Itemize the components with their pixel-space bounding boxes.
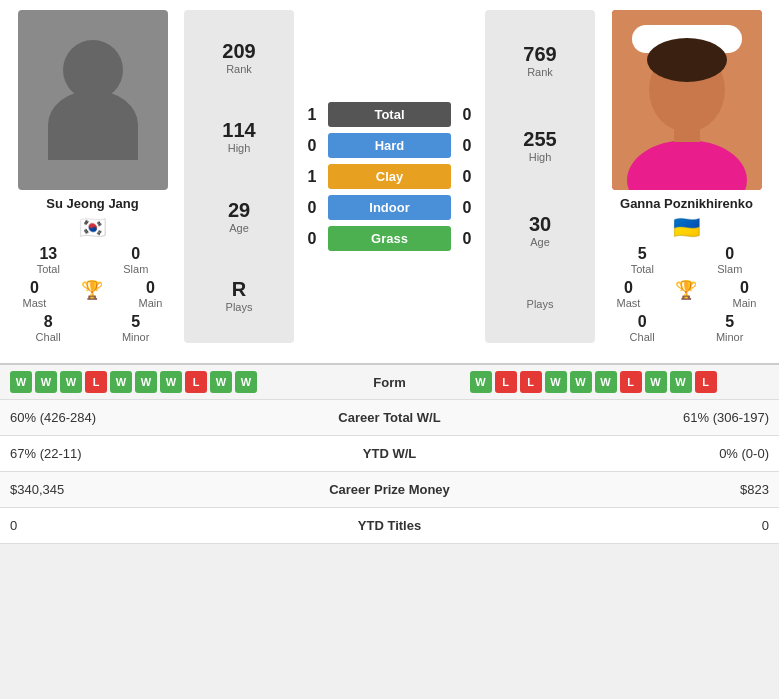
right-plays-label: Plays [527, 298, 554, 310]
right-ytd-wl: 0% (0-0) [490, 446, 770, 461]
score-left-clay: 1 [302, 168, 322, 186]
left-detail-panel: 209 Rank 114 High 29 Age R Plays [184, 10, 294, 343]
left-chall-label: Chall [36, 331, 61, 343]
right-form-badges: WLLWWWLWWL [470, 371, 770, 393]
form-badge: W [60, 371, 82, 393]
left-main-label: Main [139, 297, 163, 309]
left-chall-value: 8 [36, 313, 61, 331]
right-trophy: 🏆 [675, 279, 697, 309]
surface-indoor[interactable]: Indoor [328, 195, 451, 220]
surface-clay[interactable]: Clay [328, 164, 451, 189]
right-age-item: 30 Age [529, 213, 551, 248]
bottom-section: WWWLWWWLWW Form WLLWWWLWWL 60% (426-284)… [0, 363, 779, 544]
career-wl-label: Career Total W/L [290, 410, 490, 425]
form-badge: L [85, 371, 107, 393]
form-badge: W [570, 371, 592, 393]
form-badge: L [185, 371, 207, 393]
prize-label: Career Prize Money [290, 482, 490, 497]
left-trophy: 🏆 [81, 279, 103, 309]
right-ytd-titles: 0 [490, 518, 770, 533]
svg-point-3 [647, 38, 727, 82]
right-rank-value: 769 [523, 43, 556, 66]
right-detail-panel: 769 Rank 255 High 30 Age Plays [485, 10, 595, 343]
career-wl-row: 60% (426-284) Career Total W/L 61% (306-… [0, 400, 779, 436]
ytd-titles-row: 0 YTD Titles 0 [0, 508, 779, 544]
score-right-total: 0 [457, 106, 477, 124]
score-left-indoor: 0 [302, 199, 322, 217]
right-player-name: Ganna Poznikhirenko [620, 196, 753, 211]
left-slam-value: 0 [123, 245, 148, 263]
left-total-value: 13 [37, 245, 60, 263]
score-right-indoor: 0 [457, 199, 477, 217]
left-main-stat: 0 Main [139, 279, 163, 309]
right-mast-stat: 0 Mast [617, 279, 641, 309]
left-slam-label: Slam [123, 263, 148, 275]
top-section: Su Jeong Jang 🇰🇷 13 Total 0 Slam 0 Mast [0, 0, 779, 353]
left-rank-value: 209 [222, 40, 255, 63]
score-left-total: 1 [302, 106, 322, 124]
right-total-stat: 5 Total [631, 245, 654, 275]
svg-rect-5 [674, 122, 700, 142]
left-prize: $340,345 [10, 482, 290, 497]
score-right-clay: 0 [457, 168, 477, 186]
left-plays-item: R Plays [226, 278, 253, 313]
silhouette-body [48, 90, 138, 160]
right-minor-value: 5 [716, 313, 744, 331]
match-row-clay: 1 Clay 0 [302, 164, 477, 189]
trophy-icon-left: 🏆 [81, 280, 103, 300]
trophy-icon-right: 🏆 [675, 280, 697, 300]
right-mast-value: 0 [617, 279, 641, 297]
surface-hard[interactable]: Hard [328, 133, 451, 158]
right-high-item: 255 High [523, 128, 556, 163]
match-row-grass: 0 Grass 0 [302, 226, 477, 251]
surface-total[interactable]: Total [328, 102, 451, 127]
right-minor-label: Minor [716, 331, 744, 343]
ytd-titles-label: YTD Titles [290, 518, 490, 533]
form-row: WWWLWWWLWW Form WLLWWWLWWL [0, 365, 779, 400]
left-minor-value: 5 [122, 313, 150, 331]
left-plays-label: Plays [226, 301, 253, 313]
left-high-item: 114 High [222, 119, 255, 154]
left-player-name: Su Jeong Jang [46, 196, 138, 211]
left-main-value: 0 [139, 279, 163, 297]
match-stats-center: 1 Total 0 0 Hard 0 1 Clay 0 0 Indoor 0 [298, 10, 481, 343]
right-chall-label: Chall [630, 331, 655, 343]
right-chall-value: 0 [630, 313, 655, 331]
left-player-card: Su Jeong Jang 🇰🇷 13 Total 0 Slam 0 Mast [5, 10, 180, 343]
left-mast-label: Mast [23, 297, 47, 309]
right-age-value: 30 [529, 213, 551, 236]
right-player-flag: 🇺🇦 [673, 215, 700, 241]
right-player-card: Ganna Poznikhirenko 🇺🇦 5 Total 0 Slam 0 … [599, 10, 774, 343]
score-right-hard: 0 [457, 137, 477, 155]
left-career-wl: 60% (426-284) [10, 410, 290, 425]
right-total-label: Total [631, 263, 654, 275]
left-form-badges: WWWLWWWLWW [10, 371, 310, 393]
left-minor-stat: 5 Minor [122, 313, 150, 343]
prize-row: $340,345 Career Prize Money $823 [0, 472, 779, 508]
left-player-photo [18, 10, 168, 190]
right-high-label: High [523, 151, 556, 163]
form-badge: W [670, 371, 692, 393]
right-total-value: 5 [631, 245, 654, 263]
match-row-total: 1 Total 0 [302, 102, 477, 127]
ytd-wl-row: 67% (22-11) YTD W/L 0% (0-0) [0, 436, 779, 472]
right-rank-label: Rank [523, 66, 556, 78]
left-mast-stat: 0 Mast [23, 279, 47, 309]
left-rank-item: 209 Rank [222, 40, 255, 75]
main-container: Su Jeong Jang 🇰🇷 13 Total 0 Slam 0 Mast [0, 0, 779, 544]
right-chall-stat: 0 Chall [630, 313, 655, 343]
right-player-photo [612, 10, 762, 190]
match-row-hard: 0 Hard 0 [302, 133, 477, 158]
form-badge: L [520, 371, 542, 393]
right-mast-label: Mast [617, 297, 641, 309]
left-total-label: Total [37, 263, 60, 275]
right-main-stat: 0 Main [733, 279, 757, 309]
left-slam-stat: 0 Slam [123, 245, 148, 275]
left-plays-value: R [226, 278, 253, 301]
score-left-hard: 0 [302, 137, 322, 155]
left-minor-label: Minor [122, 331, 150, 343]
surface-grass[interactable]: Grass [328, 226, 451, 251]
right-rank-item: 769 Rank [523, 43, 556, 78]
form-badge: W [10, 371, 32, 393]
right-slam-label: Slam [717, 263, 742, 275]
